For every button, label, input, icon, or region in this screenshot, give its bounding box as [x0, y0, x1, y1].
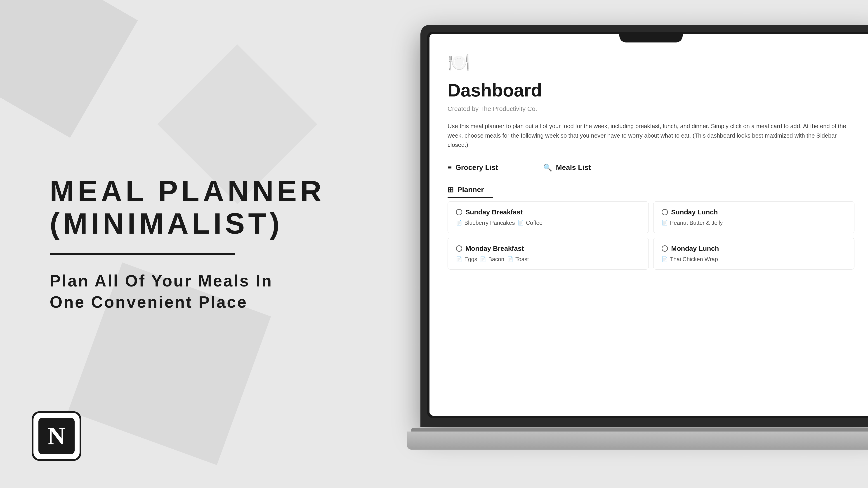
dashboard-description: Use this meal planner to plan out all of… [447, 122, 855, 150]
grocery-list-link[interactable]: ≡ Grocery List [447, 163, 498, 172]
sunday-lunch-title: Sunday Lunch [662, 208, 846, 216]
camera-notch [619, 32, 683, 42]
planner-card-sunday-lunch[interactable]: Sunday Lunch 📄 Peanut Butter & Jelly [653, 201, 855, 233]
sunday-lunch-label: Sunday Lunch [671, 208, 718, 216]
dashboard-links: ≡ Grocery List 🔍 Meals List [447, 163, 855, 172]
page-icon-1: 📄 [518, 220, 524, 226]
sunday-breakfast-circle-icon [456, 209, 462, 215]
monday-lunch-item-0: 📄 Thai Chicken Wrap [662, 256, 718, 263]
screen-bezel: 🍽️ Dashboard Created by The Productivity… [427, 32, 868, 418]
meals-list-link[interactable]: 🔍 Meals List [543, 163, 591, 172]
grocery-list-label: Grocery List [456, 163, 498, 172]
monday-breakfast-item-2: 📄 Toast [507, 256, 529, 263]
page-icon-mb-1: 📄 [480, 256, 486, 262]
sunday-breakfast-label: Sunday Breakfast [465, 208, 523, 216]
page-icon-0: 📄 [456, 220, 462, 226]
sunday-breakfast-title: Sunday Breakfast [456, 208, 640, 216]
planner-grid: Sunday Breakfast 📄 Blueberry Pancakes 📄 … [447, 201, 855, 269]
monday-lunch-items: 📄 Thai Chicken Wrap [662, 256, 846, 263]
notion-letter: N [48, 424, 65, 449]
title-divider [50, 253, 235, 255]
planner-tab-label: Planner [457, 186, 484, 194]
planner-card-sunday-breakfast[interactable]: Sunday Breakfast 📄 Blueberry Pancakes 📄 … [447, 201, 649, 233]
monday-breakfast-circle-icon [456, 246, 462, 252]
sunday-lunch-items: 📄 Peanut Butter & Jelly [662, 220, 846, 226]
sunday-breakfast-items: 📄 Blueberry Pancakes 📄 Coffee [456, 220, 640, 226]
monday-lunch-title: Monday Lunch [662, 245, 846, 252]
monday-lunch-circle-icon [662, 246, 668, 252]
monday-lunch-label: Monday Lunch [671, 245, 719, 252]
monday-breakfast-item-1-label: Bacon [488, 256, 504, 263]
page-icon-mb-0: 📄 [456, 256, 462, 262]
sunday-breakfast-item-1: 📄 Coffee [518, 220, 542, 226]
monday-breakfast-label: Monday Breakfast [465, 245, 524, 252]
title-line2: (MINIMALIST) [50, 207, 398, 240]
sunday-breakfast-item-1-label: Coffee [526, 220, 542, 226]
dashboard-created-by: Created by The Productivity Co. [447, 105, 855, 112]
monday-breakfast-items: 📄 Eggs 📄 Bacon 📄 Toast [456, 256, 640, 263]
page-icon-mb-2: 📄 [507, 256, 513, 262]
planner-tab[interactable]: ⊞ Planner [447, 186, 493, 198]
notion-logo: N [32, 411, 81, 461]
sunday-lunch-item-0: 📄 Peanut Butter & Jelly [662, 220, 723, 226]
dashboard-title: Dashboard [447, 80, 855, 101]
monday-breakfast-item-1: 📄 Bacon [480, 256, 504, 263]
monday-breakfast-item-2-label: Toast [515, 256, 529, 263]
screen-content: 🍽️ Dashboard Created by The Productivity… [430, 34, 868, 416]
notion-logo-inner: N [38, 418, 74, 454]
subtitle-line2: One Convenient Place [50, 292, 398, 313]
sunday-lunch-item-0-label: Peanut Butter & Jelly [670, 220, 723, 226]
sunday-breakfast-item-0: 📄 Blueberry Pancakes [456, 220, 515, 226]
dashboard-icon: 🍽️ [447, 52, 855, 73]
page-icon-sl-0: 📄 [662, 220, 668, 226]
grocery-list-icon: ≡ [447, 163, 452, 172]
meals-list-label: Meals List [556, 163, 591, 172]
monday-lunch-item-0-label: Thai Chicken Wrap [670, 256, 718, 263]
monday-breakfast-item-0: 📄 Eggs [456, 256, 477, 263]
page-icon-ml-0: 📄 [662, 256, 668, 262]
monday-breakfast-item-0-label: Eggs [464, 256, 477, 263]
laptop-container: 🍽️ Dashboard Created by The Productivity… [407, 11, 868, 463]
subtitle: Plan All Of Your Meals In One Convenient… [50, 270, 398, 313]
laptop-body: 🍽️ Dashboard Created by The Productivity… [421, 25, 868, 427]
sunday-lunch-circle-icon [662, 209, 668, 215]
planner-card-monday-lunch[interactable]: Monday Lunch 📄 Thai Chicken Wrap [653, 238, 855, 269]
title-line1: MEAL PLANNER [50, 175, 398, 207]
notion-page: 🍽️ Dashboard Created by The Productivity… [430, 34, 868, 416]
planner-card-monday-breakfast[interactable]: Monday Breakfast 📄 Eggs 📄 Bacon [447, 238, 649, 269]
subtitle-line1: Plan All Of Your Meals In [50, 270, 398, 292]
main-title: MEAL PLANNER (MINIMALIST) [50, 175, 398, 240]
left-panel: MEAL PLANNER (MINIMALIST) Plan All Of Yo… [32, 0, 416, 488]
laptop-base [407, 431, 868, 450]
sunday-breakfast-item-0-label: Blueberry Pancakes [464, 220, 515, 226]
meals-list-icon: 🔍 [543, 163, 552, 172]
monday-breakfast-title: Monday Breakfast [456, 245, 640, 252]
planner-tab-icon: ⊞ [447, 186, 454, 194]
